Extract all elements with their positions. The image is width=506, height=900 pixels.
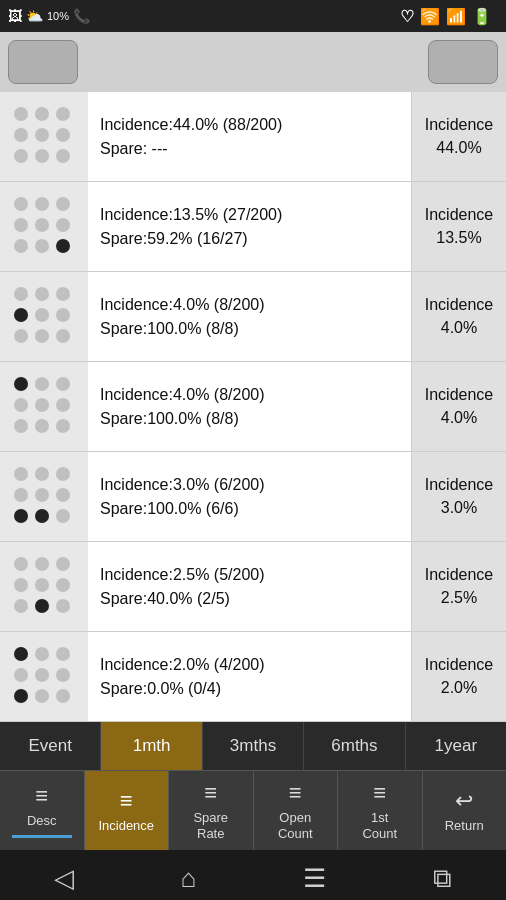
- pattern-dot: [35, 488, 49, 502]
- incidence-line: Incidence:3.0% (6/200): [100, 476, 399, 494]
- incidence-line: Incidence:2.0% (4/200): [100, 656, 399, 674]
- pattern-dot: [14, 599, 28, 613]
- pattern-dot: [35, 509, 49, 523]
- table-row[interactable]: Incidence:2.0% (4/200)Spare:0.0% (0/4)In…: [0, 632, 506, 722]
- pattern-dot: [35, 329, 49, 343]
- signal-icon: 📶: [446, 7, 466, 26]
- info-cell: Incidence:2.5% (5/200)Spare:40.0% (2/5): [88, 542, 411, 631]
- pattern-dot: [14, 419, 28, 433]
- period-tabs: Event1mth3mths6mths1year: [0, 722, 506, 770]
- incidence-icon: ≡: [120, 788, 133, 814]
- pattern-dot: [56, 308, 70, 322]
- pattern-dot: [56, 668, 70, 682]
- table-row[interactable]: Incidence:3.0% (6/200)Spare:100.0% (6/6)…: [0, 452, 506, 542]
- phone-icon: 📞: [73, 8, 90, 24]
- pattern-dot: [56, 647, 70, 661]
- incidence-line: Incidence:2.5% (5/200): [100, 566, 399, 584]
- pattern-dot: [35, 398, 49, 412]
- back-nav-icon[interactable]: ◁: [54, 863, 74, 894]
- pattern-dot: [35, 647, 49, 661]
- table-row[interactable]: Incidence:13.5% (27/200)Spare:59.2% (16/…: [0, 182, 506, 272]
- summary-text: Incidence44.0%: [425, 114, 494, 159]
- pattern-dot: [35, 107, 49, 121]
- info-cell: Incidence:3.0% (6/200)Spare:100.0% (6/6): [88, 452, 411, 541]
- bottom-tab-return[interactable]: ↩Return: [423, 771, 507, 850]
- table-row[interactable]: Incidence:4.0% (8/200)Spare:100.0% (8/8)…: [0, 272, 506, 362]
- bottom-tab-incidence[interactable]: ≡Incidence: [85, 771, 170, 850]
- pattern-dot: [35, 218, 49, 232]
- pattern-dot: [14, 647, 28, 661]
- pattern-cell: [0, 92, 88, 181]
- home-nav-icon[interactable]: ⌂: [181, 863, 197, 894]
- bottom-tab-opencount[interactable]: ≡OpenCount: [254, 771, 339, 850]
- pattern-cell: [0, 182, 88, 271]
- pattern-dot: [14, 488, 28, 502]
- recent-nav-icon[interactable]: ⧉: [433, 863, 452, 894]
- pattern-cell: [0, 452, 88, 541]
- pattern-dot: [35, 128, 49, 142]
- bottom-tabs: ≡Desc≡Incidence≡SpareRate≡OpenCount≡1stC…: [0, 770, 506, 850]
- sparerate-icon: ≡: [204, 780, 217, 806]
- pattern-dot: [14, 689, 28, 703]
- prev-button[interactable]: [8, 40, 78, 84]
- pattern-dot: [56, 578, 70, 592]
- pattern-dot: [14, 557, 28, 571]
- summary-cell: Incidence4.0%: [411, 272, 506, 361]
- desc-indicator: [12, 835, 72, 838]
- return-icon: ↩: [455, 788, 473, 814]
- info-cell: Incidence:13.5% (27/200)Spare:59.2% (16/…: [88, 182, 411, 271]
- pattern-dot: [35, 668, 49, 682]
- pattern-dot: [56, 149, 70, 163]
- status-left: 🖼 ⛅ 10% 📞: [8, 8, 90, 24]
- info-cell: Incidence:4.0% (8/200)Spare:100.0% (8/8): [88, 362, 411, 451]
- bottom-tab-1stcount[interactable]: ≡1stCount: [338, 771, 423, 850]
- period-tab-event[interactable]: Event: [0, 722, 101, 770]
- pattern-dot: [56, 419, 70, 433]
- spare-line: Spare:100.0% (8/8): [100, 320, 399, 338]
- 1stcount-icon: ≡: [373, 780, 386, 806]
- summary-cell: Incidence13.5%: [411, 182, 506, 271]
- spare-line: Spare: ---: [100, 140, 399, 158]
- bottom-tab-sparerate[interactable]: ≡SpareRate: [169, 771, 254, 850]
- pattern-dot: [35, 377, 49, 391]
- pattern-dot: [14, 197, 28, 211]
- status-bar: 🖼 ⛅ 10% 📞 ♡ 🛜 📶 🔋: [0, 0, 506, 32]
- incidence-label: Incidence: [98, 818, 154, 834]
- table-row[interactable]: Incidence:4.0% (8/200)Spare:100.0% (8/8)…: [0, 362, 506, 452]
- pattern-dot: [56, 467, 70, 481]
- pattern-dot: [14, 467, 28, 481]
- period-tab-1mth[interactable]: 1mth: [101, 722, 202, 770]
- desc-icon: ≡: [35, 783, 48, 809]
- pattern-dot: [56, 287, 70, 301]
- table-row[interactable]: Incidence:44.0% (88/200)Spare: ---Incide…: [0, 92, 506, 182]
- info-cell: Incidence:4.0% (8/200)Spare:100.0% (8/8): [88, 272, 411, 361]
- period-tab-1year[interactable]: 1year: [406, 722, 506, 770]
- summary-text: Incidence2.0%: [425, 654, 494, 699]
- pattern-dot: [35, 467, 49, 481]
- menu-nav-icon[interactable]: ☰: [303, 863, 326, 894]
- summary-text: Incidence13.5%: [425, 204, 494, 249]
- summary-cell: Incidence2.0%: [411, 632, 506, 721]
- pattern-dot: [35, 599, 49, 613]
- next-button[interactable]: [428, 40, 498, 84]
- pattern-dot: [14, 377, 28, 391]
- pattern-dot: [14, 308, 28, 322]
- summary-cell: Incidence44.0%: [411, 92, 506, 181]
- incidence-line: Incidence:4.0% (8/200): [100, 386, 399, 404]
- table-row[interactable]: Incidence:2.5% (5/200)Spare:40.0% (2/5)I…: [0, 542, 506, 632]
- status-right: ♡ 🛜 📶 🔋: [400, 7, 498, 26]
- spare-line: Spare:100.0% (6/6): [100, 500, 399, 518]
- pattern-dot: [14, 287, 28, 301]
- spare-line: Spare:40.0% (2/5): [100, 590, 399, 608]
- incidence-line: Incidence:44.0% (88/200): [100, 116, 399, 134]
- pattern-dot: [14, 149, 28, 163]
- weather-icon: ⛅: [26, 8, 43, 24]
- bottom-tab-desc[interactable]: ≡Desc: [0, 771, 85, 850]
- incidence-line: Incidence:4.0% (8/200): [100, 296, 399, 314]
- period-tab-6mths[interactable]: 6mths: [304, 722, 405, 770]
- pattern-cell: [0, 362, 88, 451]
- pattern-dot: [56, 107, 70, 121]
- period-tab-3mths[interactable]: 3mths: [203, 722, 304, 770]
- pattern-dot: [14, 239, 28, 253]
- pattern-dot: [35, 287, 49, 301]
